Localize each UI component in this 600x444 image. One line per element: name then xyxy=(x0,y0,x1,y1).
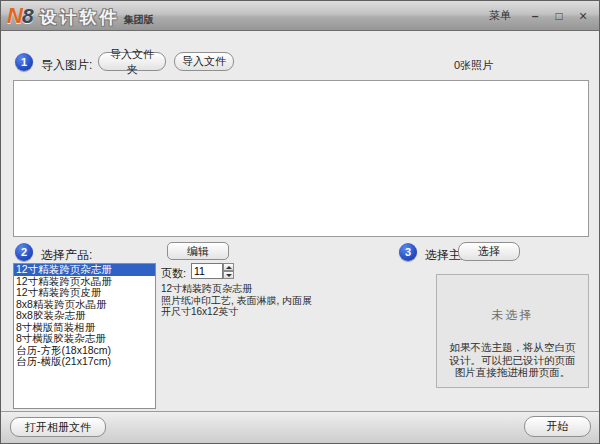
chevron-down-icon xyxy=(226,274,232,277)
step1-label: 导入图片: xyxy=(41,57,92,74)
page-count-label: 页数: xyxy=(161,266,186,281)
maximize-icon[interactable]: □ xyxy=(551,8,567,23)
chevron-up-icon xyxy=(226,266,232,269)
photo-count-label: 0张照片 xyxy=(454,58,493,73)
step2-label: 选择产品: xyxy=(41,247,92,264)
product-list[interactable]: 12寸精装跨页杂志册12寸精装跨页水晶册12寸精装跨页皮册8x8精装跨页水晶册8… xyxy=(13,263,156,409)
edition-label: 集团版 xyxy=(124,13,154,27)
logo-n-letter: N xyxy=(7,3,22,29)
start-button[interactable]: 开始 xyxy=(524,416,591,437)
open-album-button[interactable]: 打开相册文件 xyxy=(10,417,106,437)
theme-preview-panel: 未选择 如果不选主题，将从空白页 设计。可以把已设计的页面 图片直接拖进相册页面… xyxy=(436,274,589,388)
app-window: N 8 设计软件 集团版 菜单 – □ × 1 导入图片: 导入文件夹 导入文件… xyxy=(0,0,600,444)
theme-hint-line1: 如果不选主题，将从空白页 xyxy=(437,341,588,354)
step3-badge: 3 xyxy=(399,243,417,261)
stepper-down-button[interactable] xyxy=(223,271,234,279)
app-logo: N 8 设计软件 集团版 xyxy=(1,3,154,29)
app-title: 设计软件 xyxy=(40,6,120,29)
close-icon[interactable]: × xyxy=(575,8,591,23)
minimize-icon[interactable]: – xyxy=(527,8,543,23)
title-bar: N 8 设计软件 集团版 菜单 – □ × xyxy=(1,1,599,31)
product-list-item[interactable]: 12寸精装跨页杂志册 xyxy=(14,264,155,276)
product-list-item[interactable]: 台历-横版(21x17cm) xyxy=(14,356,155,368)
product-list-item[interactable]: 8寸横版胶装杂志册 xyxy=(14,333,155,345)
photo-list-panel[interactable] xyxy=(13,80,589,237)
footer-bar: 打开相册文件 开始 xyxy=(1,411,599,443)
step2-badge: 2 xyxy=(15,243,33,261)
product-list-item[interactable]: 8x8胶装杂志册 xyxy=(14,310,155,322)
theme-hint-line3: 图片直接拖进相册页面。 xyxy=(437,366,588,379)
theme-hint-line2: 设计。可以把已设计的页面 xyxy=(437,354,588,367)
page-count-input[interactable] xyxy=(191,263,223,279)
logo-8-letter: 8 xyxy=(22,4,34,28)
theme-not-selected-label: 未选择 xyxy=(437,307,588,324)
import-file-button[interactable]: 导入文件 xyxy=(174,52,234,71)
edit-button[interactable]: 编辑 xyxy=(167,242,229,260)
import-folder-button[interactable]: 导入文件夹 xyxy=(98,52,166,71)
page-count-stepper xyxy=(223,263,234,279)
select-theme-button[interactable]: 选择 xyxy=(458,242,520,261)
product-list-item[interactable]: 12寸精装跨页皮册 xyxy=(14,287,155,299)
stepper-up-button[interactable] xyxy=(223,263,234,271)
menu-button[interactable]: 菜单 xyxy=(489,8,511,23)
step1-badge: 1 xyxy=(15,53,33,71)
window-controls: 菜单 – □ × xyxy=(489,8,599,23)
theme-hint-text: 如果不选主题，将从空白页 设计。可以把已设计的页面 图片直接拖进相册页面。 xyxy=(437,341,588,379)
product-description-line3: 开尺寸16x12英寸 xyxy=(161,305,238,319)
